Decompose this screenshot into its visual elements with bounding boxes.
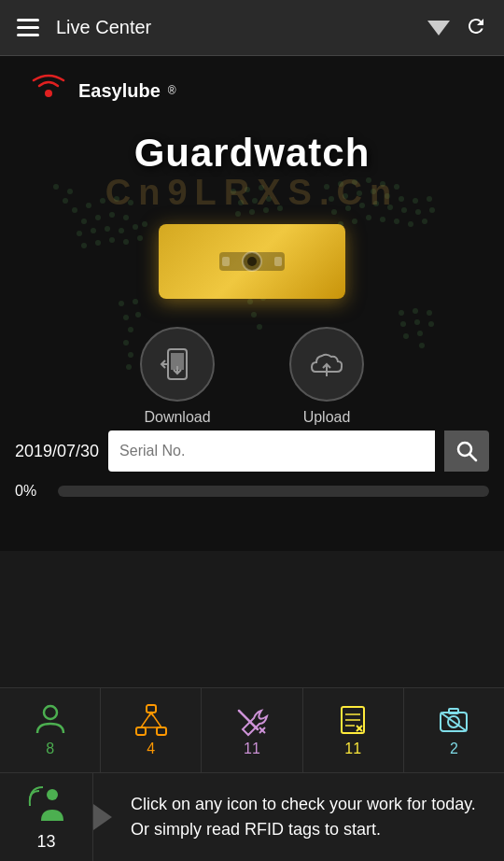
tab-count-tools: 11 — [244, 741, 260, 757]
svg-rect-108 — [136, 727, 146, 735]
search-icon — [455, 440, 478, 462]
svg-point-26 — [123, 315, 129, 320]
svg-point-20 — [137, 235, 143, 241]
svg-point-18 — [109, 237, 115, 243]
header: Live Center — [0, 0, 504, 56]
svg-point-6 — [81, 219, 87, 224]
svg-rect-97 — [222, 257, 230, 266]
svg-point-106 — [44, 706, 57, 719]
download-button-circle[interactable] — [140, 327, 215, 402]
tab-count-camera: 2 — [450, 741, 458, 757]
tab-count-report: 11 — [344, 741, 361, 757]
svg-point-7 — [95, 215, 101, 220]
svg-point-24 — [119, 301, 124, 306]
menu-button[interactable] — [9, 9, 47, 47]
easylube-logo-icon — [26, 73, 71, 108]
svg-point-9 — [123, 215, 129, 220]
bottom-section: 8 4 — [0, 687, 504, 861]
svg-point-14 — [133, 224, 138, 230]
upload-button[interactable]: Upload — [289, 327, 364, 426]
svg-rect-109 — [157, 727, 166, 735]
search-button[interactable] — [444, 430, 489, 472]
progress-row: 0% — [0, 483, 504, 500]
tooltip-arrow-container — [93, 773, 112, 861]
guardwatch-title: Guardwatch — [0, 131, 504, 176]
network-icon — [134, 703, 168, 737]
svg-point-78 — [352, 219, 357, 224]
download-label: Download — [144, 409, 210, 426]
tooltip-count: 13 — [36, 832, 55, 852]
svg-point-85 — [413, 308, 418, 314]
upload-icon — [306, 344, 347, 385]
tab-row: 8 4 — [0, 688, 504, 772]
svg-point-10 — [77, 231, 82, 236]
svg-marker-0 — [427, 21, 450, 35]
svg-point-27 — [135, 312, 141, 318]
camera-icon — [437, 703, 470, 737]
svg-point-25 — [133, 299, 138, 304]
svg-point-15 — [142, 221, 147, 227]
tab-item-network[interactable]: 4 — [101, 688, 202, 772]
upload-label: Upload — [303, 409, 351, 426]
svg-point-82 — [408, 221, 413, 227]
main-area: Easylube ® Guardwatch Cn9LRXS.Cn — [0, 56, 504, 551]
svg-point-84 — [399, 310, 404, 316]
tooltip-panel: 13 Click on any icon to check your work … — [0, 772, 504, 861]
search-row: 2019/07/30 — [0, 430, 504, 472]
progress-bar-background — [58, 486, 489, 497]
svg-point-51 — [247, 299, 253, 304]
usb-connector-icon — [215, 238, 289, 285]
tab-item-camera[interactable]: 2 — [404, 688, 504, 772]
tab-item-report[interactable]: 11 — [303, 688, 404, 772]
dropdown-button[interactable] — [420, 9, 457, 47]
tooltip-right-panel: Click on any icon to check your work for… — [112, 773, 504, 861]
report-icon — [336, 703, 370, 737]
svg-rect-124 — [449, 709, 458, 713]
svg-point-81 — [394, 219, 399, 224]
center-connector-box[interactable] — [159, 224, 345, 299]
download-button[interactable]: Download — [140, 327, 215, 426]
upload-button-circle[interactable] — [289, 327, 364, 402]
refresh-button[interactable] — [457, 9, 495, 47]
svg-line-105 — [470, 455, 477, 461]
watermark-text: Cn9LRXS.Cn — [0, 173, 504, 213]
svg-point-96 — [247, 257, 257, 266]
svg-point-126 — [47, 789, 58, 800]
svg-point-83 — [422, 219, 427, 224]
download-icon — [157, 344, 198, 385]
svg-point-88 — [414, 319, 420, 325]
tab-bar: 8 4 — [0, 687, 504, 772]
svg-point-16 — [81, 243, 87, 248]
svg-marker-127 — [93, 804, 112, 830]
svg-point-19 — [123, 239, 129, 245]
svg-point-86 — [427, 310, 432, 316]
action-buttons-row: Download Upload — [0, 327, 504, 426]
logo-trademark: ® — [168, 84, 176, 97]
logo-text: Easylube — [78, 80, 161, 102]
svg-point-12 — [105, 226, 110, 232]
rfid-person-icon — [26, 783, 67, 825]
tab-item-guard[interactable]: 8 — [0, 688, 101, 772]
serial-input[interactable] — [108, 430, 435, 472]
date-display: 2019/07/30 — [15, 442, 99, 461]
tooltip-message: Click on any icon to check your work for… — [131, 792, 485, 842]
header-title: Live Center — [47, 17, 420, 38]
svg-point-53 — [251, 312, 257, 318]
tooltip-left-panel: 13 — [0, 773, 93, 861]
guard-icon — [34, 703, 67, 737]
svg-point-13 — [119, 228, 124, 233]
tooltip-arrow-icon — [93, 804, 112, 830]
tab-count-guard: 8 — [46, 741, 54, 757]
progress-percentage: 0% — [15, 483, 49, 500]
svg-point-11 — [91, 228, 96, 233]
tools-icon — [235, 703, 269, 737]
logo-area: Easylube ® — [26, 73, 176, 108]
svg-point-79 — [366, 215, 371, 220]
svg-point-93 — [45, 90, 52, 97]
tab-item-tools[interactable]: 11 — [202, 688, 302, 772]
svg-line-113 — [239, 711, 258, 729]
svg-point-80 — [380, 217, 385, 222]
tab-count-network: 4 — [147, 741, 155, 757]
svg-rect-98 — [274, 257, 282, 266]
svg-point-17 — [95, 240, 101, 246]
